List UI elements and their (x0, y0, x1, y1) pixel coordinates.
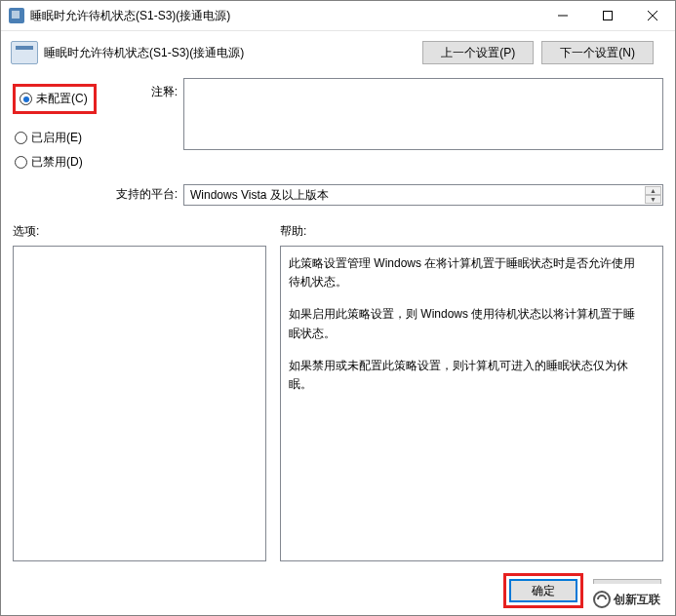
nav-buttons: 上一个设置(P) 下一个设置(N) (422, 41, 654, 64)
help-text-box[interactable]: 此策略设置管理 Windows 在将计算机置于睡眠状态时是否允许使用待机状态。 … (280, 246, 663, 561)
minimize-button[interactable] (540, 1, 585, 30)
prev-setting-button[interactable]: 上一个设置(P) (422, 41, 534, 64)
minimize-icon (558, 11, 568, 20)
close-button[interactable] (630, 1, 675, 30)
policy-title: 睡眠时允许待机状态(S1-S3)(接通电源) (44, 45, 422, 61)
help-label: 帮助: (280, 223, 663, 240)
svg-text:创新互联: 创新互联 (613, 593, 661, 606)
spinner-down[interactable]: ▼ (645, 195, 661, 204)
policy-icon (11, 41, 38, 64)
note-label: 注释: (110, 78, 183, 178)
dialog-window: 睡眠时允许待机状态(S1-S3)(接通电源) 睡眠时允许待机状态(S1-S3)(… (0, 0, 676, 616)
titlebar: 睡眠时允许待机状态(S1-S3)(接通电源) (1, 1, 675, 31)
radio-icon (15, 156, 27, 169)
radio-group: 未配置(C) 已启用(E) 已禁用(D) (13, 78, 110, 178)
app-icon (9, 8, 24, 23)
radio-icon (15, 132, 27, 144)
maximize-icon (603, 11, 613, 20)
window-controls (540, 1, 675, 30)
ok-label: 确定 (532, 583, 555, 599)
lower-panels: 选项: 帮助: 此策略设置管理 Windows 在将计算机置于睡眠状态时是否允许… (1, 206, 675, 561)
radio-disabled[interactable]: 已禁用(D) (13, 154, 110, 171)
highlight-ok: 确定 (503, 573, 583, 608)
radio-not-configured[interactable]: 未配置(C) (18, 91, 88, 107)
next-setting-button[interactable]: 下一个设置(N) (541, 41, 654, 64)
spinner-up[interactable]: ▲ (645, 186, 661, 195)
help-paragraph: 如果启用此策略设置，则 Windows 使用待机状态以将计算机置于睡眠状态。 (289, 305, 637, 342)
help-paragraph: 如果禁用或未配置此策略设置，则计算机可进入的睡眠状态仅为休眠。 (289, 357, 637, 394)
radio-enabled-label: 已启用(E) (31, 130, 82, 146)
next-setting-label: 下一个设置(N) (560, 45, 635, 61)
footer: 确定 取消 (1, 561, 675, 616)
prev-setting-label: 上一个设置(P) (441, 45, 515, 61)
radio-enabled[interactable]: 已启用(E) (13, 130, 110, 146)
options-column: 选项: (13, 223, 266, 561)
close-icon (648, 11, 657, 20)
config-row: 未配置(C) 已启用(E) 已禁用(D) 注释: (1, 72, 675, 178)
svg-point-4 (594, 592, 610, 607)
svg-rect-1 (604, 12, 613, 20)
help-paragraph: 此策略设置管理 Windows 在将计算机置于睡眠状态时是否允许使用待机状态。 (289, 254, 637, 291)
note-textarea[interactable] (183, 78, 663, 150)
platform-display[interactable]: Windows Vista 及以上版本 ▲ ▼ (183, 184, 663, 206)
radio-not-configured-label: 未配置(C) (36, 91, 88, 107)
spacer (13, 184, 110, 206)
platform-value: Windows Vista 及以上版本 (190, 187, 329, 204)
watermark-logo-icon: 创新互联 (592, 588, 670, 611)
radio-icon (20, 93, 32, 105)
note-field-col (183, 78, 663, 178)
watermark: 创新互联 (587, 584, 675, 615)
options-label: 选项: (13, 223, 266, 240)
maximize-button[interactable] (585, 1, 630, 30)
window-title: 睡眠时允许待机状态(S1-S3)(接通电源) (30, 8, 540, 24)
platform-field-col: Windows Vista 及以上版本 ▲ ▼ (183, 184, 663, 206)
options-box (13, 246, 266, 561)
platform-label: 支持的平台: (110, 184, 183, 206)
radio-disabled-label: 已禁用(D) (31, 154, 83, 171)
subheader: 睡眠时允许待机状态(S1-S3)(接通电源) 上一个设置(P) 下一个设置(N) (1, 31, 675, 72)
spinner: ▲ ▼ (645, 186, 661, 204)
help-column: 帮助: 此策略设置管理 Windows 在将计算机置于睡眠状态时是否允许使用待机… (280, 223, 663, 561)
highlight-not-configured: 未配置(C) (13, 84, 97, 114)
ok-button[interactable]: 确定 (509, 579, 577, 602)
platform-row: 支持的平台: Windows Vista 及以上版本 ▲ ▼ (1, 178, 675, 206)
